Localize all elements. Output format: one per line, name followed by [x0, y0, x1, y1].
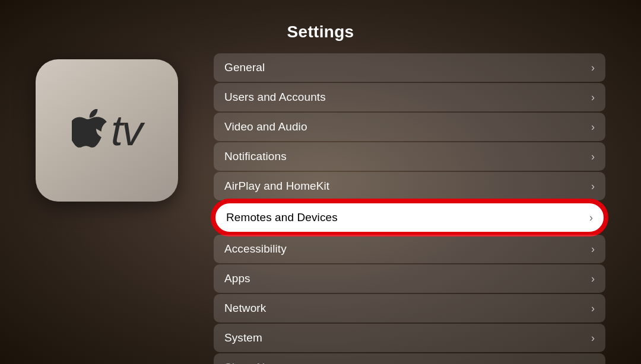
- chevron-right-icon: ›: [591, 62, 595, 74]
- content-area: tv General›Users and Accounts›Video and …: [0, 53, 641, 364]
- settings-item-label-video-and-audio: Video and Audio: [224, 120, 307, 133]
- settings-item-label-accessibility: Accessibility: [224, 242, 287, 256]
- apple-tv-device-icon: tv: [36, 59, 178, 202]
- page-title: Settings: [287, 23, 354, 41]
- chevron-right-icon: ›: [591, 273, 595, 285]
- chevron-right-icon: ›: [589, 212, 593, 224]
- settings-item-label-remotes-and-devices: Remotes and Devices: [226, 211, 338, 224]
- chevron-right-icon: ›: [591, 332, 595, 344]
- chevron-right-icon: ›: [591, 91, 595, 104]
- chevron-right-icon: ›: [591, 180, 595, 193]
- settings-item-airplay-and-homekit[interactable]: AirPlay and HomeKit›: [214, 172, 605, 200]
- settings-item-label-sleep-now: Sleep Now: [224, 361, 280, 364]
- settings-item-label-general: General: [224, 61, 265, 74]
- chevron-right-icon: ›: [591, 243, 595, 256]
- settings-item-accessibility[interactable]: Accessibility›: [214, 235, 605, 263]
- settings-item-video-and-audio[interactable]: Video and Audio›: [214, 113, 605, 141]
- settings-item-label-apps: Apps: [224, 272, 250, 285]
- settings-list: General›Users and Accounts›Video and Aud…: [214, 53, 605, 364]
- settings-item-apps[interactable]: Apps›: [214, 264, 605, 293]
- settings-item-label-network: Network: [224, 302, 266, 315]
- tv-label: tv: [111, 106, 142, 155]
- chevron-right-icon: ›: [591, 151, 595, 163]
- settings-item-system[interactable]: System›: [214, 324, 605, 352]
- settings-item-network[interactable]: Network›: [214, 294, 605, 323]
- chevron-right-icon: ›: [591, 302, 595, 315]
- settings-item-remotes-and-devices[interactable]: Remotes and Devices›: [214, 202, 605, 234]
- settings-item-sleep-now[interactable]: Sleep Now: [214, 353, 605, 364]
- settings-item-label-users-and-accounts: Users and Accounts: [224, 91, 326, 104]
- settings-item-label-notifications: Notifications: [224, 150, 287, 163]
- settings-item-general[interactable]: General›: [214, 53, 605, 82]
- settings-item-users-and-accounts[interactable]: Users and Accounts›: [214, 83, 605, 111]
- settings-item-label-airplay-and-homekit: AirPlay and HomeKit: [224, 180, 329, 193]
- settings-item-label-system: System: [224, 331, 262, 344]
- apple-logo-icon: [72, 109, 107, 152]
- chevron-right-icon: ›: [591, 121, 595, 133]
- settings-item-notifications[interactable]: Notifications›: [214, 142, 605, 171]
